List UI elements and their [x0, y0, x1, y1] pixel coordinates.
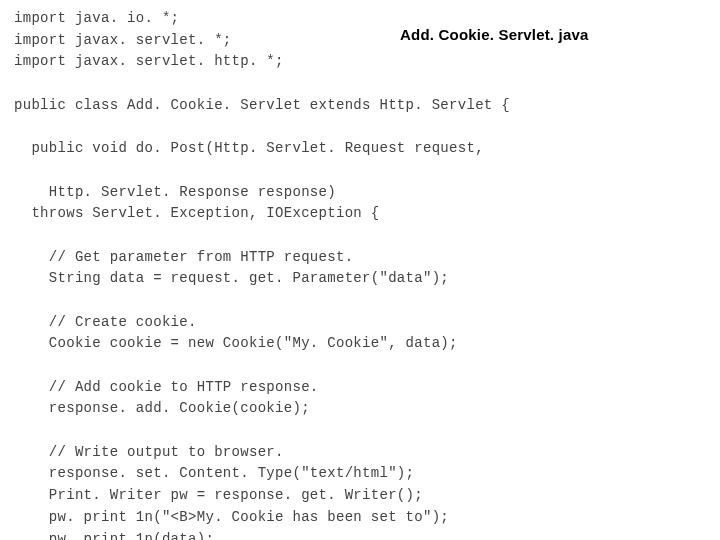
code-line: response. add. Cookie(cookie); [14, 398, 712, 420]
code-line: // Get parameter from HTTP request. [14, 247, 712, 269]
code-line: pw. print 1n("<B>My. Cookie has been set… [14, 507, 712, 529]
code-line: response. set. Content. Type("text/html"… [14, 463, 712, 485]
code-line: Http. Servlet. Response response) [14, 182, 712, 204]
code-line: // Create cookie. [14, 312, 712, 334]
code-line: // Write output to browser. [14, 442, 712, 464]
code-line: import javax. servlet. http. *; [14, 51, 712, 73]
code-line: throws Servlet. Exception, IOException { [14, 203, 712, 225]
code-line [14, 225, 712, 247]
code-line: String data = request. get. Parameter("d… [14, 268, 712, 290]
code-line [14, 73, 712, 95]
code-line: public class Add. Cookie. Servlet extend… [14, 95, 712, 117]
code-line: public void do. Post(Http. Servlet. Requ… [14, 138, 712, 160]
code-line: pw. print 1n(data); [14, 529, 712, 541]
code-line: import javax. servlet. *; [14, 30, 712, 52]
code-line: // Add cookie to HTTP response. [14, 377, 712, 399]
code-line: Cookie cookie = new Cookie("My. Cookie",… [14, 333, 712, 355]
filename-label: Add. Cookie. Servlet. java [400, 26, 589, 43]
code-line: Print. Writer pw = response. get. Writer… [14, 485, 712, 507]
code-line: import java. io. *; [14, 8, 712, 30]
code-line [14, 355, 712, 377]
code-line [14, 290, 712, 312]
slide: Add. Cookie. Servlet. java import java. … [0, 0, 720, 540]
code-block: import java. io. *;import javax. servlet… [14, 8, 712, 540]
code-line [14, 160, 712, 182]
code-line [14, 116, 712, 138]
code-line [14, 420, 712, 442]
